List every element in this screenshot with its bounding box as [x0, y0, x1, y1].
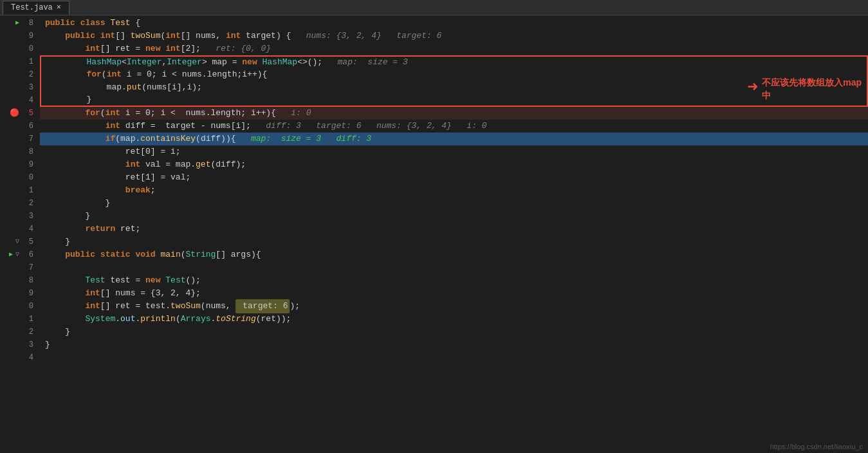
- code-line-25: }: [40, 236, 868, 248]
- run-icon-8[interactable]: ▶: [15, 17, 19, 30]
- gutter-line-8: ▶ 8: [0, 17, 36, 30]
- run-icon-26[interactable]: ▶: [9, 248, 13, 261]
- line-number-12: 2: [22, 68, 33, 81]
- gutter-line-33: 3: [0, 338, 36, 351]
- line-number-11: 1: [22, 55, 33, 68]
- line-number-18: 8: [22, 145, 33, 158]
- line-number-29: 9: [22, 287, 33, 300]
- gutter-line-27: 7: [0, 261, 36, 274]
- gutter-line-25: ▽ 5: [0, 236, 36, 248]
- code-line-16: int diff = target - nums[i]; diff: 3 tar…: [40, 120, 868, 133]
- gutter-line-19: 9: [0, 158, 36, 171]
- gutter-line-18: 8: [0, 145, 36, 158]
- code-line-10: int[] ret = new int[2]; ret: {0, 0}: [40, 42, 868, 55]
- code-area[interactable]: public class Test { public int[] twoSum(…: [40, 15, 868, 453]
- line-number-20: 0: [22, 171, 33, 184]
- line-number-28: 8: [22, 274, 33, 287]
- line-number-23: 3: [22, 210, 33, 223]
- gutter-line-16: 6: [0, 120, 36, 133]
- line-number-31: 1: [22, 313, 33, 326]
- line-number-25: 5: [22, 236, 33, 248]
- line-number-24: 4: [22, 223, 33, 236]
- code-line-15: for(int i = 0; i < nums.length; i++){ i:…: [40, 107, 868, 120]
- code-line-20: ret[1] = val;: [40, 171, 868, 184]
- gutter-line-11: 1: [0, 55, 36, 68]
- annotation-callout: ➜ 不应该先将数组放入map 中: [747, 77, 862, 102]
- tab-test-java[interactable]: Test.java ×: [3, 1, 69, 15]
- code-line-27: [40, 261, 868, 274]
- code-line-32: }: [40, 326, 868, 338]
- code-line-18: ret[0] = i;: [40, 145, 868, 158]
- code-line-24: return ret;: [40, 223, 868, 236]
- gutter-line-34: 4: [0, 351, 36, 364]
- line-number-26: 6: [22, 248, 33, 261]
- code-line-26: public static void main(String[] args){: [40, 248, 868, 261]
- tab-label: Test.java: [11, 3, 53, 12]
- code-line-29: int[] nums = {3, 2, 4};: [40, 287, 868, 300]
- line-number-8: 8: [22, 17, 33, 30]
- line-number-9: 9: [22, 30, 33, 42]
- line-gutter: ▶ 8 9 0 1 2 3 4 🔴 5: [0, 15, 40, 453]
- tab-close-icon[interactable]: ×: [57, 3, 61, 12]
- line-number-21: 1: [22, 184, 33, 197]
- line-number-34: 4: [22, 351, 33, 364]
- code-line-33: }: [40, 338, 868, 351]
- gutter-line-13: 3: [0, 81, 36, 94]
- code-line-31: System.out.println(Arrays.toString(ret))…: [40, 313, 868, 326]
- line-number-10: 0: [22, 42, 33, 55]
- line-number-14: 4: [22, 94, 33, 107]
- fold-icon-26[interactable]: ▽: [15, 248, 19, 261]
- gutter-line-31: 1: [0, 313, 36, 326]
- code-line-19: int val = map.get(diff);: [40, 158, 868, 171]
- gutter-line-32: 2: [0, 326, 36, 338]
- tab-bar: Test.java ×: [0, 0, 868, 15]
- gutter-line-26: ▶ ▽ 6: [0, 248, 36, 261]
- gutter-line-24: 4: [0, 223, 36, 236]
- line-number-16: 6: [22, 120, 33, 133]
- gutter-line-17: 7: [0, 133, 36, 145]
- kw-public-8: public: [45, 17, 75, 30]
- gutter-line-29: 9: [0, 287, 36, 300]
- code-line-21: break;: [40, 184, 868, 197]
- kw-class-8: class: [80, 17, 106, 30]
- line-number-19: 9: [22, 158, 33, 171]
- gutter-line-22: 2: [0, 197, 36, 210]
- class-name-test: Test: [110, 17, 130, 30]
- code-line-22: }: [40, 197, 868, 210]
- code-line-23: }: [40, 210, 868, 223]
- code-line-14: }: [40, 94, 868, 107]
- code-line-8: public class Test {: [40, 17, 868, 30]
- annotation-arrow-icon: ➜: [747, 79, 758, 97]
- gutter-line-10: 0: [0, 42, 36, 55]
- code-line-9: public int[] twoSum(int[] nums, int targ…: [40, 30, 868, 42]
- line-number-30: 0: [22, 300, 33, 313]
- fold-icon-25[interactable]: ▽: [15, 236, 19, 248]
- code-line-13: map.put(nums[i],i);: [40, 81, 868, 94]
- error-icon-15: 🔴: [10, 107, 19, 120]
- line-number-17: 7: [22, 133, 33, 145]
- line-number-15: 5: [22, 107, 33, 120]
- line-number-32: 2: [22, 326, 33, 338]
- gutter-line-9: 9: [0, 30, 36, 42]
- param-hint: target: 6: [235, 299, 290, 313]
- gutter-line-20: 0: [0, 171, 36, 184]
- gutter-line-14: 4: [0, 94, 36, 107]
- code-line-17: if(map.containsKey(diff)){ map: size = 3…: [40, 133, 868, 145]
- gutter-line-23: 3: [0, 210, 36, 223]
- gutter-line-30: 0: [0, 300, 36, 313]
- line-number-27: 7: [22, 261, 33, 274]
- gutter-line-15: 🔴 5: [0, 107, 36, 120]
- gutter-line-21: 1: [0, 184, 36, 197]
- annotation-text: 不应该先将数组放入map 中: [762, 77, 862, 102]
- code-line-28: Test test = new Test();: [40, 274, 868, 287]
- line-number-22: 2: [22, 197, 33, 210]
- code-line-12: for(int i = 0; i < nums.length;i++){: [40, 68, 868, 81]
- gutter-line-28: 8: [0, 274, 36, 287]
- gutter-line-12: 2: [0, 68, 36, 81]
- watermark: https://blog.csdn.net/liaoxiu_c: [770, 443, 863, 450]
- editor-container: ▶ 8 9 0 1 2 3 4 🔴 5: [0, 15, 868, 453]
- code-line-30: int[] ret = test.twoSum(nums, target: 6)…: [40, 300, 868, 313]
- line-number-33: 3: [22, 338, 33, 351]
- code-line-11: HashMap<Integer,Integer> map = new HashM…: [40, 55, 868, 68]
- line-number-13: 3: [22, 81, 33, 94]
